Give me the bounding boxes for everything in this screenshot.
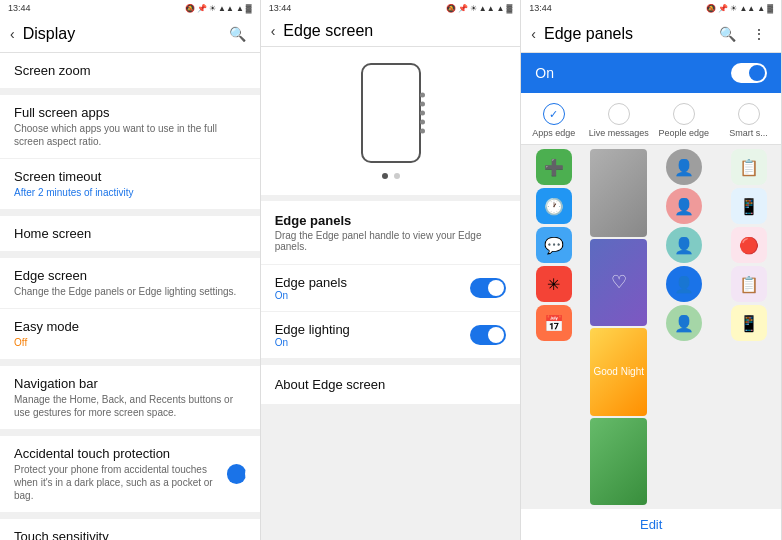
- touch-sensitivity-item[interactable]: Touch sensitivity Increase the touch sen…: [0, 519, 260, 540]
- on-label: On: [535, 65, 554, 81]
- status-bar-2: 13:44 🔕 📌 ☀ ▲▲ ▲ ▓: [261, 0, 521, 16]
- smart-icon-4[interactable]: 📋: [731, 266, 767, 302]
- home-screen-item[interactable]: Home screen: [0, 216, 260, 252]
- edge-panels-toggle-row[interactable]: Edge panels On: [261, 265, 521, 312]
- back-button[interactable]: ‹: [10, 26, 15, 42]
- edge-screen-title: Edge screen: [283, 22, 510, 40]
- tab-people-edge-check: [673, 103, 695, 125]
- photos-col: ♡ Good Night: [586, 145, 651, 509]
- pin-icon-3: 📌: [718, 4, 728, 13]
- smart-icon-5[interactable]: 📱: [731, 305, 767, 341]
- app-icon-star[interactable]: ✳: [536, 266, 572, 302]
- smart-col: 📋 📱 🔴 📋 📱: [716, 145, 781, 509]
- smart-icon-1[interactable]: 📋: [731, 149, 767, 185]
- edge-screen-top-bar: ‹ Edge screen: [261, 16, 521, 47]
- tab-apps-edge[interactable]: Apps edge: [521, 99, 586, 144]
- wifi-icon: ▲: [236, 4, 244, 13]
- tab-apps-edge-check: [543, 103, 565, 125]
- edit-link[interactable]: Edit: [521, 509, 781, 540]
- signal-icon-3: ▲▲: [739, 4, 755, 13]
- accidental-touch-text: Accidental touch protection Protect your…: [14, 446, 227, 502]
- touch-sensitivity-text: Touch sensitivity Increase the touch sen…: [14, 529, 211, 540]
- status-bar-3: 13:44 🔕 📌 ☀ ▲▲ ▲ ▓: [521, 0, 781, 16]
- people-col: 👤 👤 👤 👤 👤: [651, 145, 716, 509]
- photo-thumb-3[interactable]: Good Night: [590, 328, 647, 416]
- avatar-2[interactable]: 👤: [666, 188, 702, 224]
- edge-lighting-toggle-row[interactable]: Edge lighting On: [261, 312, 521, 359]
- tab-live-messages[interactable]: Live messages: [586, 99, 651, 144]
- photo-thumb-1[interactable]: [590, 149, 647, 237]
- screen-zoom-item[interactable]: Screen zoom: [0, 53, 260, 89]
- avatar-4[interactable]: 👤: [666, 266, 702, 302]
- wifi-icon-2: ▲: [497, 4, 505, 13]
- brightness-icon-2: ☀: [470, 4, 477, 13]
- edge-handle-dots: [420, 93, 425, 134]
- signal-icon: ▲▲: [218, 4, 234, 13]
- screen-timeout-item[interactable]: Screen timeout After 2 minutes of inacti…: [0, 159, 260, 210]
- edge-back-button[interactable]: ‹: [271, 23, 276, 39]
- wifi-icon-3: ▲: [757, 4, 765, 13]
- photo-thumb-2[interactable]: ♡: [590, 239, 647, 327]
- smart-icon-2[interactable]: 📱: [731, 188, 767, 224]
- easy-mode-item[interactable]: Easy mode Off: [0, 309, 260, 360]
- time-3: 13:44: [529, 3, 552, 13]
- edge-panels-tabs: Apps edge Live messages People edge Smar…: [521, 93, 781, 145]
- edge-panels-panel: 13:44 🔕 📌 ☀ ▲▲ ▲ ▓ ‹ Edge panels 🔍 ⋮ On …: [521, 0, 782, 540]
- touch-sensitivity-row: Touch sensitivity Increase the touch sen…: [14, 529, 246, 540]
- edge-panels-more-button[interactable]: ⋮: [747, 22, 771, 46]
- display-top-bar: ‹ Display 🔍: [0, 16, 260, 53]
- accidental-touch-toggle[interactable]: [227, 464, 245, 484]
- display-panel: 13:44 🔕 📌 ☀ ▲▲ ▲ ▓ ‹ Display 🔍 Screen zo…: [0, 0, 261, 540]
- pin-icon: 📌: [197, 4, 207, 13]
- full-screen-apps-item[interactable]: Full screen apps Choose which apps you w…: [0, 95, 260, 159]
- battery-icon: ▓: [246, 4, 252, 13]
- edge-screen-item[interactable]: Edge screen Change the Edge panels or Ed…: [0, 258, 260, 309]
- avatar-5[interactable]: 👤: [666, 305, 702, 341]
- edge-panels-top-bar: ‹ Edge panels 🔍 ⋮: [521, 16, 781, 53]
- brightness-icon: ☀: [209, 4, 216, 13]
- edge-panels-search-button[interactable]: 🔍: [715, 22, 739, 46]
- phone-image: [361, 63, 421, 163]
- app-icon-add[interactable]: ➕: [536, 149, 572, 185]
- edge-panels-toggle-text: Edge panels On: [275, 275, 347, 301]
- about-edge-screen[interactable]: About Edge screen: [261, 365, 521, 404]
- navigation-bar-item[interactable]: Navigation bar Manage the Home, Back, an…: [0, 366, 260, 430]
- edge-panels-section: Edge panels Drag the Edge panel handle t…: [261, 201, 521, 264]
- status-icons-3: 🔕 📌 ☀ ▲▲ ▲ ▓: [706, 4, 773, 13]
- notif-icon-3: 🔕: [706, 4, 716, 13]
- edge-panels-back-button[interactable]: ‹: [531, 26, 536, 42]
- search-button[interactable]: 🔍: [226, 22, 250, 46]
- avatar-3[interactable]: 👤: [666, 227, 702, 263]
- edge-panels-toggle[interactable]: [470, 278, 506, 298]
- photo-thumb-4[interactable]: [590, 418, 647, 506]
- accidental-touch-row: Accidental touch protection Protect your…: [14, 446, 246, 502]
- app-icon-msg[interactable]: 💬: [536, 227, 572, 263]
- page-dot-1: [382, 173, 388, 179]
- time-1: 13:44: [8, 3, 31, 13]
- page-dot-2: [394, 173, 400, 179]
- edge-lighting-toggle-text: Edge lighting On: [275, 322, 350, 348]
- dot-3: [420, 111, 425, 116]
- edge-panels-title: Edge panels: [544, 25, 707, 43]
- on-bar: On: [521, 53, 781, 93]
- avatar-1[interactable]: 👤: [666, 149, 702, 185]
- brightness-icon-3: ☀: [730, 4, 737, 13]
- tab-smart-check: [738, 103, 760, 125]
- notif-icon-2: 🔕: [446, 4, 456, 13]
- on-toggle[interactable]: [731, 63, 767, 83]
- dot-1: [420, 93, 425, 98]
- app-icon-calendar[interactable]: 📅: [536, 305, 572, 341]
- accidental-touch-item[interactable]: Accidental touch protection Protect your…: [0, 436, 260, 513]
- apps-col: ➕ 🕐 💬 ✳ 📅: [521, 145, 586, 509]
- battery-icon-3: ▓: [767, 4, 773, 13]
- tab-smart[interactable]: Smart s...: [716, 99, 781, 144]
- edge-lighting-toggle[interactable]: [470, 325, 506, 345]
- tab-people-edge[interactable]: People edge: [651, 99, 716, 144]
- time-2: 13:44: [269, 3, 292, 13]
- smart-icon-3[interactable]: 🔴: [731, 227, 767, 263]
- display-content: Screen zoom Full screen apps Choose whic…: [0, 53, 260, 540]
- app-icon-clock[interactable]: 🕐: [536, 188, 572, 224]
- battery-icon-2: ▓: [507, 4, 513, 13]
- status-icons-1: 🔕 📌 ☀ ▲▲ ▲ ▓: [185, 4, 252, 13]
- status-icons-2: 🔕 📌 ☀ ▲▲ ▲ ▓: [446, 4, 513, 13]
